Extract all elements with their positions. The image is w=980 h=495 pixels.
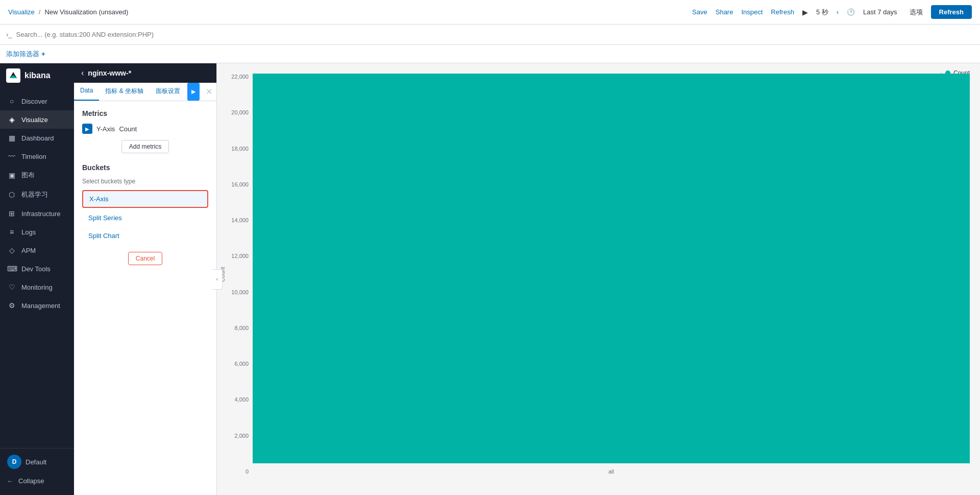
sidebar-item-label: Discover (21, 98, 47, 105)
y-axis: Count 22,000 20,000 18,000 16,000 14,000… (222, 74, 253, 475)
buckets-title: Buckets (82, 163, 208, 172)
sidebar-item-label: Logs (21, 228, 36, 236)
y-label-10000: 10,000 (231, 289, 249, 295)
collapse-arrow-icon: ← (7, 478, 13, 485)
sidebar-item-apm[interactable]: ◇ APM (0, 241, 74, 260)
y-label-8000: 8,000 (234, 325, 249, 331)
y-label-4000: 4,000 (234, 396, 249, 403)
panel-collapse-arrow[interactable]: ‹ (212, 269, 223, 290)
play-button[interactable]: ▶ (802, 8, 808, 16)
clock-icon: 🕐 (847, 8, 855, 16)
select-type-label: Select buckets type (82, 178, 208, 185)
content-area: ‹ nginx-www-* Data 指标 & 坐标轴 面板设置 ▶ ✕ (74, 63, 980, 495)
sidebar-item-label: APM (21, 247, 36, 254)
metric-item: ▶ Y-Axis Count (82, 124, 208, 134)
options-label[interactable]: 选项 (910, 8, 923, 17)
tab-metrics-axes[interactable]: 指标 & 坐标轴 (99, 83, 150, 101)
search-bar: ›_ (0, 25, 980, 45)
breadcrumb-sep: / (39, 8, 41, 16)
devtools-icon: ⌨ (7, 265, 16, 273)
logo-icon (6, 68, 20, 83)
y-label-0: 0 (246, 468, 249, 475)
share-link[interactable]: Share (716, 8, 733, 16)
inspect-link[interactable]: Inspect (741, 8, 763, 16)
save-link[interactable]: Save (692, 8, 707, 16)
discover-icon: ○ (7, 97, 16, 105)
metric-badge: ▶ (82, 124, 92, 134)
search-input[interactable] (16, 31, 974, 38)
top-bar-actions: Save Share Inspect Refresh ▶ 5 秒 ‹ 🕐 Las… (692, 5, 972, 19)
x-axis-label: all (608, 468, 614, 475)
sidebar-item-infrastructure[interactable]: ⊞ Infrastructure (0, 204, 74, 223)
breadcrumb-visualize[interactable]: Visualize (8, 8, 35, 16)
visualize-icon: ◈ (7, 115, 16, 124)
sidebar-item-label: Visualize (21, 116, 48, 124)
dashboard-icon: ▦ (7, 134, 16, 142)
metric-type: Y-Axis (96, 125, 115, 133)
sidebar-item-monitoring[interactable]: ♡ Monitoring (0, 278, 74, 296)
sidebar-item-discover[interactable]: ○ Discover (0, 92, 74, 110)
sidebar-item-logs[interactable]: ≡ Logs (0, 223, 74, 241)
config-panel: ‹ nginx-www-* Data 指标 & 坐标轴 面板设置 ▶ ✕ (74, 63, 217, 495)
breadcrumb: Visualize / New Visualization (unsaved) (8, 8, 128, 16)
sidebar-item-canvas[interactable]: ▣ 图布 (0, 166, 74, 185)
add-filter-button[interactable]: 添加筛选器 + (6, 50, 45, 59)
chart-plot-area: all (253, 74, 970, 475)
left-arrow[interactable]: ‹ (837, 8, 839, 16)
bucket-option-split-chart[interactable]: Split Chart (82, 228, 208, 244)
sidebar-item-ml[interactable]: ⬡ 机器学习 (0, 185, 74, 204)
collapse-button[interactable]: ← Collapse (7, 473, 67, 489)
add-icon: + (41, 50, 45, 58)
buckets-section: Buckets Select buckets type X-Axis Split… (82, 163, 208, 265)
sidebar-item-label: Monitoring (21, 284, 53, 291)
refresh-button[interactable]: Refresh (931, 5, 972, 19)
infrastructure-icon: ⊞ (7, 209, 16, 218)
panel-index-title: nginx-www-* (88, 69, 209, 77)
interval-text: 5 秒 (816, 8, 828, 17)
user-name: Default (26, 458, 46, 466)
cancel-button[interactable]: Cancel (128, 252, 162, 265)
y-label-16000: 16,000 (231, 181, 249, 187)
sidebar-item-dashboard[interactable]: ▦ Dashboard (0, 129, 74, 147)
sidebar-item-label: Management (21, 302, 60, 310)
user-section: D Default (7, 455, 67, 469)
avatar: D (7, 455, 21, 469)
add-metrics-button[interactable]: Add metrics (121, 140, 169, 153)
back-arrow-icon[interactable]: ‹ (81, 68, 84, 78)
sidebar-item-label: 图布 (21, 171, 35, 180)
sidebar-bottom: D Default ← Collapse (0, 448, 74, 495)
tab-panel-settings[interactable]: 面板设置 (150, 83, 186, 101)
ml-icon: ⬡ (7, 191, 16, 199)
search-prompt-icon: ›_ (6, 31, 12, 38)
run-button[interactable]: ▶ (187, 83, 200, 101)
sidebar-item-visualize[interactable]: ◈ Visualize (0, 110, 74, 129)
sidebar-item-label: 机器学习 (21, 190, 48, 199)
metrics-section: Metrics ▶ Y-Axis Count Add metrics (82, 109, 208, 153)
y-label-20000: 20,000 (231, 109, 249, 115)
bucket-option-split-series[interactable]: Split Series (82, 210, 208, 226)
filter-bar: 添加筛选器 + (0, 45, 980, 63)
sidebar-logo: kibana (0, 63, 74, 88)
chart-area: ‹ Count Count 22,000 20,000 18,000 16,00… (217, 63, 980, 495)
sidebar-item-timelion[interactable]: 〰 Timelion (0, 147, 74, 166)
close-button[interactable]: ✕ (202, 83, 216, 101)
monitoring-icon: ♡ (7, 283, 16, 291)
y-label-2000: 2,000 (234, 433, 249, 439)
refresh-link[interactable]: Refresh (771, 8, 794, 16)
bucket-option-x-axis[interactable]: X-Axis (82, 190, 208, 208)
metrics-title: Metrics (82, 109, 208, 117)
y-label-12000: 12,000 (231, 253, 249, 259)
timelion-icon: 〰 (7, 152, 16, 160)
y-label-14000: 14,000 (231, 217, 249, 223)
management-icon: ⚙ (7, 301, 16, 310)
sidebar-nav: ○ Discover ◈ Visualize ▦ Dashboard 〰 Tim… (0, 88, 74, 448)
tab-data[interactable]: Data (74, 83, 99, 101)
sidebar-item-label: Infrastructure (21, 210, 61, 218)
kibana-text: kibana (24, 71, 51, 80)
sidebar-item-devtools[interactable]: ⌨ Dev Tools (0, 260, 74, 278)
metric-agg: Count (119, 125, 137, 133)
kibana-logo: kibana (6, 68, 51, 83)
time-range-label[interactable]: Last 7 days (863, 8, 897, 16)
sidebar-item-management[interactable]: ⚙ Management (0, 296, 74, 315)
chart-container: Count 22,000 20,000 18,000 16,000 14,000… (217, 63, 980, 495)
